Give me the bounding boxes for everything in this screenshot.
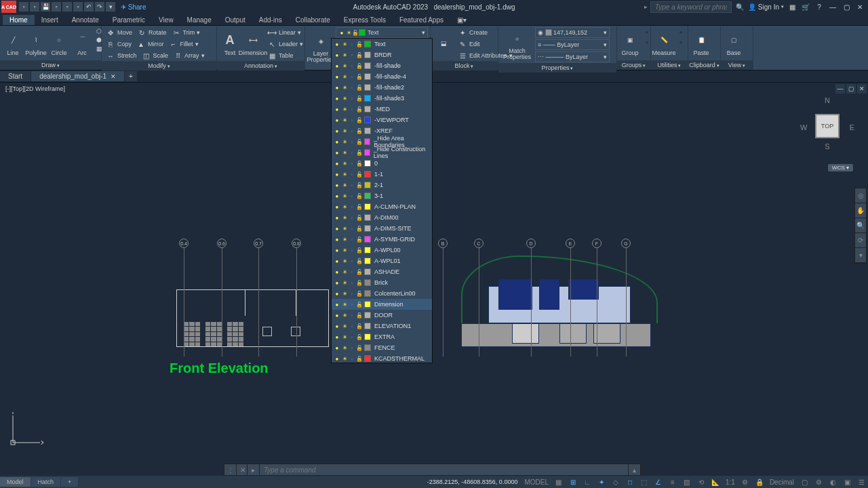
canvas-maximize-icon[interactable]: ▢ bbox=[846, 84, 856, 94]
tab-annotate[interactable]: Annotate bbox=[65, 15, 106, 25]
leader-button[interactable]: ↖Leader ▾ bbox=[265, 39, 305, 49]
status-polar-icon[interactable]: ✦ bbox=[595, 476, 608, 487]
layer-item[interactable]: ●☀▫🔓ColcenterLin00 bbox=[332, 288, 432, 299]
canvas-close-icon[interactable]: ✕ bbox=[857, 84, 867, 94]
group-ext-icon[interactable]: ▫ bbox=[642, 27, 652, 37]
nav-orbit-icon[interactable]: ⟳ bbox=[855, 233, 866, 248]
layout-add[interactable]: + bbox=[61, 477, 78, 487]
layout-model[interactable]: Model bbox=[0, 477, 31, 487]
panel-block-title[interactable]: Block bbox=[431, 61, 498, 70]
paste-button[interactable]: 📋Paste bbox=[690, 27, 712, 60]
layer-properties-button[interactable]: ◈Layer Properties bbox=[307, 27, 334, 68]
fillet-button[interactable]: ⌐Fillet ▾ bbox=[167, 39, 201, 49]
status-custom-icon[interactable]: ☰ bbox=[854, 476, 868, 487]
viewcube-south[interactable]: S bbox=[825, 142, 829, 150]
help-icon[interactable]: ? bbox=[814, 1, 825, 12]
panel-modify-title[interactable]: Modify bbox=[102, 61, 216, 70]
tab-featuredapps[interactable]: Featured Apps bbox=[393, 15, 450, 25]
status-snap-icon[interactable]: ⊞ bbox=[566, 476, 580, 487]
search-arrow-icon[interactable]: ▸ bbox=[644, 3, 648, 10]
layer-item[interactable]: ●☀▫🔓-fill-shade2 bbox=[332, 82, 432, 93]
layer-item[interactable]: ●☀▫🔓-fill-shade bbox=[332, 60, 432, 71]
viewcube-north[interactable]: N bbox=[825, 96, 830, 104]
maximize-button[interactable]: ▢ bbox=[841, 1, 852, 12]
cart-icon[interactable]: 🛒 bbox=[800, 1, 811, 12]
qat-undo-icon[interactable]: ↶ bbox=[84, 2, 94, 12]
status-trans-icon[interactable]: ▧ bbox=[680, 476, 694, 487]
status-units[interactable]: Decimal bbox=[767, 476, 797, 487]
command-input[interactable] bbox=[260, 466, 628, 474]
nav-show-icon[interactable]: ▾ bbox=[855, 248, 866, 263]
panel-draw-title[interactable]: Draw bbox=[0, 60, 101, 70]
search-icon[interactable]: 🔍 bbox=[734, 1, 745, 12]
layer-item[interactable]: ●☀▫🔓-fill-shade3 bbox=[332, 93, 432, 104]
util-ext2-icon[interactable]: ▫ bbox=[676, 37, 686, 47]
viewcube-west[interactable]: W bbox=[800, 123, 807, 131]
status-hw-icon[interactable]: ◐ bbox=[826, 476, 840, 487]
status-model-toggle[interactable]: MODEL bbox=[521, 476, 551, 487]
tab-home[interactable]: Home bbox=[3, 15, 35, 25]
linetype-combo[interactable]: ⋯ ——— ByLayer▾ bbox=[535, 52, 610, 62]
status-iso-icon[interactable]: ◇ bbox=[609, 476, 623, 487]
cmdline-expand-icon[interactable]: ▴ bbox=[628, 464, 640, 475]
qat-save-icon[interactable]: 💾 bbox=[41, 2, 50, 12]
ucs-icon[interactable]: YX bbox=[9, 412, 43, 449]
viewcube-top[interactable]: TOP bbox=[815, 114, 840, 138]
text-button[interactable]: AText bbox=[219, 27, 241, 61]
status-lw-icon[interactable]: ≡ bbox=[666, 476, 679, 487]
qat-saveas-icon[interactable]: ▫ bbox=[52, 2, 61, 12]
array-button[interactable]: ⠿Array ▾ bbox=[171, 50, 207, 61]
close-icon[interactable]: ✕ bbox=[111, 73, 116, 80]
qat-plot-icon[interactable]: ▫ bbox=[73, 2, 83, 12]
status-scale[interactable]: 1:1 bbox=[723, 476, 738, 487]
doctab-start[interactable]: Start bbox=[0, 71, 31, 81]
layer-item[interactable]: ●☀▫🔓A-DIMS-SITE bbox=[332, 223, 432, 234]
layer-item[interactable]: ●☀▫🔓Dimension bbox=[332, 299, 432, 310]
color-combo[interactable]: ◉ 147,149,152▾ bbox=[535, 27, 610, 38]
layer-item[interactable]: ●☀▫🔓Brick bbox=[332, 277, 432, 288]
insert-block-button[interactable]: ⬓ bbox=[433, 27, 454, 61]
measure-button[interactable]: 📏Measure bbox=[653, 27, 675, 60]
layer-item[interactable]: ●☀▫🔓A-CLMN-PLAN bbox=[332, 201, 432, 212]
move-button[interactable]: ✥Move bbox=[104, 27, 134, 38]
group-ext2-icon[interactable]: ▫ bbox=[642, 37, 652, 47]
tab-output[interactable]: Output bbox=[218, 15, 252, 25]
group-button[interactable]: ▣Group bbox=[619, 27, 641, 60]
cmdline-handle-icon[interactable]: ⋮ bbox=[224, 464, 236, 476]
trim-button[interactable]: ✂Trim ▾ bbox=[170, 27, 203, 38]
qat-open-icon[interactable]: ▫ bbox=[30, 2, 39, 12]
canvas-minimize-icon[interactable]: — bbox=[835, 84, 845, 94]
layer-item[interactable]: ●☀▫🔓-MED bbox=[332, 104, 432, 115]
panel-view-title[interactable]: View bbox=[721, 60, 753, 70]
rotate-button[interactable]: ↻Rotate bbox=[135, 27, 169, 38]
cmdline-recent-icon[interactable]: ▸ bbox=[248, 464, 260, 475]
status-ortho-icon[interactable]: ∟ bbox=[580, 476, 594, 487]
tab-insert[interactable]: Insert bbox=[35, 15, 65, 25]
panel-clipboard-title[interactable]: Clipboard bbox=[688, 60, 720, 70]
tab-parametric[interactable]: Parametric bbox=[106, 15, 152, 25]
tab-extra-icon[interactable]: ▣▾ bbox=[450, 15, 473, 25]
layer-item[interactable]: ●☀▫🔓1-1 bbox=[332, 169, 432, 180]
layer-item[interactable]: ●☀▫🔓KCADSTHERMAL bbox=[332, 353, 432, 363]
layer-item[interactable]: ●☀▫🔓-fill-shade-4 bbox=[332, 71, 432, 82]
status-3dosnap-icon[interactable]: ⬚ bbox=[637, 476, 651, 487]
scale-button[interactable]: ◫Scale bbox=[140, 50, 171, 61]
layer-item[interactable]: ●☀▫🔓ASHADE bbox=[332, 266, 432, 277]
tab-manage[interactable]: Manage bbox=[180, 15, 218, 25]
doctab-new[interactable]: + bbox=[125, 71, 137, 81]
qat-new-icon[interactable]: ▫ bbox=[19, 2, 28, 12]
dimension-button[interactable]: ⟷Dimension bbox=[242, 27, 264, 61]
line-button[interactable]: ╱Line bbox=[2, 27, 24, 60]
doctab-current[interactable]: dealership_mod_obj-1✕ bbox=[31, 71, 124, 81]
layout-hatch[interactable]: Hatch bbox=[31, 477, 61, 487]
layer-item[interactable]: ●☀▫🔓0 bbox=[332, 158, 432, 169]
close-button[interactable]: ✕ bbox=[854, 1, 865, 12]
layer-item[interactable]: ●☀▫🔓3-1 bbox=[332, 190, 432, 201]
app-icon[interactable]: A CAD bbox=[1, 1, 16, 13]
qat-dropdown-icon[interactable]: ▾ bbox=[106, 2, 115, 12]
status-osnap-icon[interactable]: □ bbox=[623, 476, 637, 487]
layer-item[interactable]: ●☀▫🔓EXTRA bbox=[332, 331, 432, 342]
status-annoscale-icon[interactable]: 🔒 bbox=[753, 476, 766, 487]
stretch-button[interactable]: ↔Stretch bbox=[104, 50, 139, 61]
viewcube-east[interactable]: E bbox=[850, 123, 854, 131]
